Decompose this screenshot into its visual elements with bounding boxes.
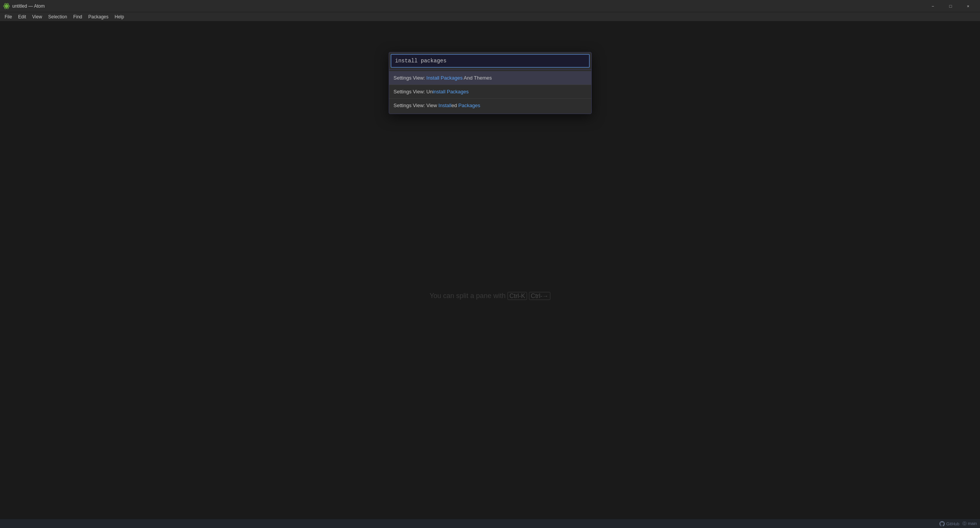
title-bar-controls: − □ ×	[924, 0, 977, 12]
title-bar: untitled — Atom − □ ×	[0, 0, 980, 12]
command-input-wrapper	[389, 52, 591, 70]
svg-point-0	[5, 5, 8, 7]
result-3-highlight2: Packages	[458, 103, 480, 108]
split-pane-hint: You can split a pane with Ctrl-K Ctrl-→	[430, 292, 551, 300]
command-result-view-installed-packages[interactable]: Settings View: View Installed Packages	[389, 99, 591, 112]
result-2-highlight: install Packages	[433, 89, 469, 95]
menu-bar: File Edit View Selection Find Packages H…	[0, 12, 980, 21]
main-content: Settings View: Install Packages And Them…	[0, 21, 980, 528]
result-1-highlight: Install Packages	[426, 75, 463, 81]
status-bar-right: GitHub ⓪ main	[939, 521, 977, 526]
menu-item-file[interactable]: File	[2, 13, 15, 20]
command-results-list: Settings View: Install Packages And Them…	[389, 70, 591, 114]
github-icon	[939, 521, 945, 526]
menu-item-view[interactable]: View	[29, 13, 45, 20]
result-2-prefix: Settings View: Un	[394, 89, 433, 95]
menu-item-packages[interactable]: Packages	[85, 13, 112, 20]
minimize-button[interactable]: −	[924, 0, 942, 12]
close-button[interactable]: ×	[959, 0, 977, 12]
atom-logo-icon	[3, 3, 10, 10]
window-title: untitled — Atom	[12, 3, 45, 9]
menu-item-find[interactable]: Find	[70, 13, 85, 20]
result-3-prefix: Settings View: View	[394, 103, 438, 108]
split-shortcut-2: Ctrl-→	[529, 292, 550, 300]
github-label: GitHub	[946, 521, 959, 526]
menu-item-edit[interactable]: Edit	[15, 13, 29, 20]
command-palette-input[interactable]	[391, 54, 590, 68]
command-palette: Settings View: Install Packages And Them…	[389, 52, 592, 114]
result-3-highlight: Install	[438, 103, 452, 108]
github-status[interactable]: GitHub	[939, 521, 959, 526]
result-1-suffix: And Themes	[463, 75, 492, 81]
result-1-prefix: Settings View:	[394, 75, 427, 81]
split-shortcut-1: Ctrl-K	[507, 292, 527, 300]
menu-item-selection[interactable]: Selection	[45, 13, 70, 20]
result-3-middle: ed	[452, 103, 458, 108]
split-hint-text: You can split a pane with	[430, 292, 506, 300]
command-result-uninstall-packages[interactable]: Settings View: Uninstall Packages	[389, 85, 591, 99]
branch-label[interactable]: ⓪ main	[962, 521, 977, 526]
maximize-button[interactable]: □	[942, 0, 959, 12]
command-result-install-packages-themes[interactable]: Settings View: Install Packages And Them…	[389, 71, 591, 85]
menu-item-help[interactable]: Help	[111, 13, 127, 20]
title-bar-left: untitled — Atom	[3, 3, 45, 10]
status-bar: GitHub ⓪ main	[0, 519, 980, 528]
